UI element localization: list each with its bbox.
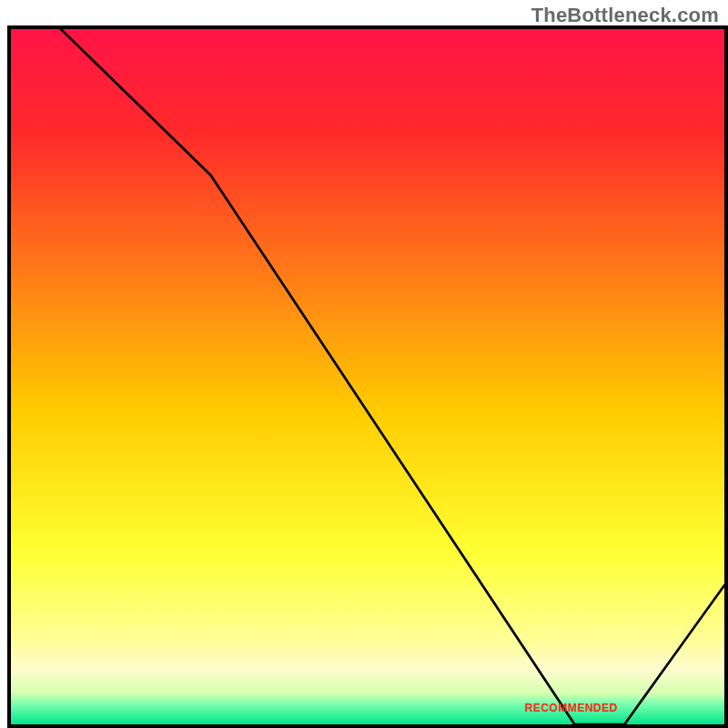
plot-frame: RECOMMENDED [7, 25, 728, 728]
chart-stage: TheBottleneck.com RECOMMENDED [0, 0, 728, 728]
chart-line [61, 29, 724, 724]
chart-line-layer [11, 29, 724, 724]
watermark-text: TheBottleneck.com [531, 4, 719, 27]
recommended-label: RECOMMENDED [524, 702, 617, 714]
